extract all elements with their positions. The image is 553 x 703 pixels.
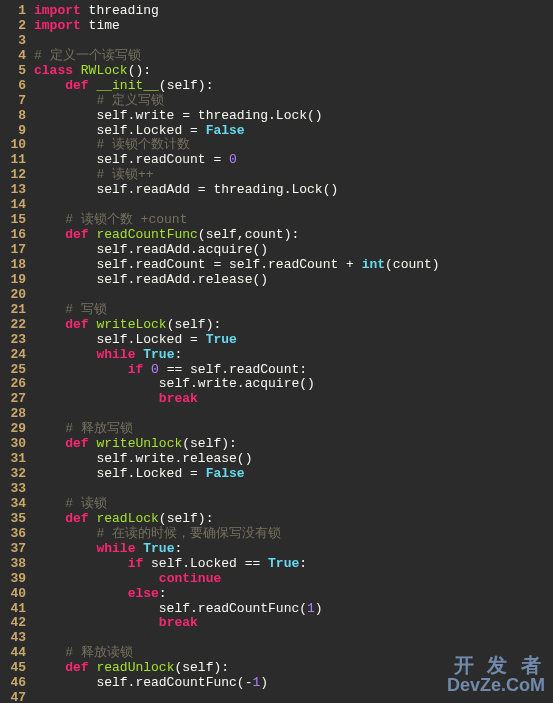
token: ): [260, 675, 268, 690]
line-content: self.Locked = False: [34, 124, 245, 139]
code-line: 45 def readUnlock(self):: [0, 661, 440, 676]
code-line: 20: [0, 288, 440, 303]
line-number: 3: [0, 34, 34, 49]
line-content: else:: [34, 587, 167, 602]
line-number: 11: [0, 153, 34, 168]
token: if: [128, 362, 151, 377]
code-line: 2import time: [0, 19, 440, 34]
token: self.readAdd.acquire(): [34, 242, 268, 257]
token: else: [128, 586, 159, 601]
code-line: 9 self.Locked = False: [0, 124, 440, 139]
token: # 定义一个读写锁: [34, 48, 141, 63]
token: [34, 421, 65, 436]
code-line: 1import threading: [0, 4, 440, 19]
line-content: while True:: [34, 348, 182, 363]
line-number: 32: [0, 467, 34, 482]
line-number: 19: [0, 273, 34, 288]
token: [34, 526, 96, 541]
line-number: 39: [0, 572, 34, 587]
line-number: 10: [0, 138, 34, 153]
code-line: 22 def writeLock(self):: [0, 318, 440, 333]
token: [34, 362, 128, 377]
token: [34, 556, 128, 571]
code-line: 18 self.readCount = self.readCount + int…: [0, 258, 440, 273]
code-line: 27 break: [0, 392, 440, 407]
line-content: # 释放写锁: [34, 422, 133, 437]
token: while: [96, 347, 143, 362]
line-content: [34, 288, 42, 303]
token: def: [65, 317, 96, 332]
line-number: 38: [0, 557, 34, 572]
code-line: 35 def readLock(self):: [0, 512, 440, 527]
line-content: # 定义写锁: [34, 94, 164, 109]
code-line: 43: [0, 631, 440, 646]
token: self.write.acquire(): [34, 376, 315, 391]
line-content: def readCountFunc(self,count):: [34, 228, 299, 243]
line-content: import threading: [34, 4, 159, 19]
token: True: [143, 541, 174, 556]
line-number: 36: [0, 527, 34, 542]
line-content: self.Locked = False: [34, 467, 245, 482]
line-content: [34, 482, 42, 497]
code-line: 24 while True:: [0, 348, 440, 363]
code-line: 8 self.write = threading.Lock(): [0, 109, 440, 124]
line-content: while True:: [34, 542, 182, 557]
code-line: 5class RWLock():: [0, 64, 440, 79]
token: [34, 93, 96, 108]
code-line: 39 continue: [0, 572, 440, 587]
token: # 读锁个数 +count: [65, 212, 187, 227]
line-number: 14: [0, 198, 34, 213]
line-content: # 读锁个数计数: [34, 138, 190, 153]
line-content: self.readCount = self.readCount + int(co…: [34, 258, 440, 273]
token: 0: [229, 152, 237, 167]
token: [34, 571, 159, 586]
line-number: 46: [0, 676, 34, 691]
line-number: 42: [0, 616, 34, 631]
token: int: [362, 257, 385, 272]
code-line: 11 self.readCount = 0: [0, 153, 440, 168]
line-number: 45: [0, 661, 34, 676]
code-line: 12 # 读锁++: [0, 168, 440, 183]
code-line: 46 self.readCountFunc(-1): [0, 676, 440, 691]
token: [34, 436, 65, 451]
token: (count): [385, 257, 440, 272]
token: def: [65, 78, 96, 93]
token: self.readCountFunc(: [34, 601, 307, 616]
token: # 释放写锁: [65, 421, 133, 436]
token: (self):: [182, 436, 237, 451]
token: (self):: [167, 317, 222, 332]
code-area: 1import threading2import time3 4# 定义一个读写…: [0, 4, 440, 703]
token: :: [159, 586, 167, 601]
token: def: [65, 660, 96, 675]
line-content: # 释放读锁: [34, 646, 133, 661]
line-content: self.readAdd.release(): [34, 273, 268, 288]
token: def: [65, 511, 96, 526]
line-content: [34, 407, 42, 422]
line-content: self.readCountFunc(1): [34, 602, 323, 617]
code-line: 31 self.write.release(): [0, 452, 440, 467]
token: # 写锁: [65, 302, 107, 317]
line-number: 24: [0, 348, 34, 363]
token: break: [159, 391, 198, 406]
line-content: # 读锁个数 +count: [34, 213, 187, 228]
code-line: 15 # 读锁个数 +count: [0, 213, 440, 228]
token: 0: [151, 362, 159, 377]
line-number: 15: [0, 213, 34, 228]
line-content: if 0 == self.readCount:: [34, 363, 307, 378]
line-number: 22: [0, 318, 34, 333]
line-number: 12: [0, 168, 34, 183]
token: __init__: [96, 78, 158, 93]
line-content: def __init__(self):: [34, 79, 213, 94]
token: True: [143, 347, 174, 362]
token: False: [206, 466, 245, 481]
code-line: 34 # 读锁: [0, 497, 440, 512]
token: if: [128, 556, 151, 571]
token: [34, 212, 65, 227]
token: self.Locked =: [34, 332, 206, 347]
code-line: 40 else:: [0, 587, 440, 602]
line-number: 27: [0, 392, 34, 407]
token: 1: [307, 601, 315, 616]
line-content: # 在读的时候，要确保写没有锁: [34, 527, 281, 542]
code-line: 10 # 读锁个数计数: [0, 138, 440, 153]
code-line: 41 self.readCountFunc(1): [0, 602, 440, 617]
